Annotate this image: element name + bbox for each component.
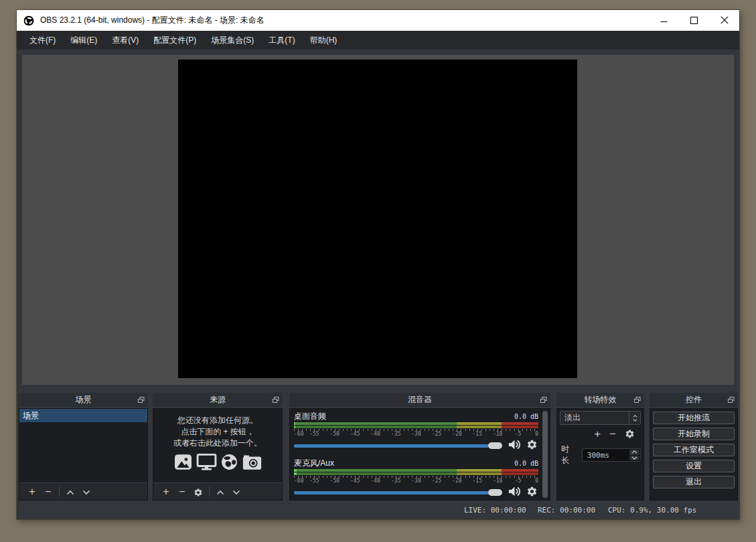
image-source-icon — [173, 454, 193, 473]
mute-button[interactable] — [506, 438, 522, 454]
volume-slider-fill — [294, 491, 489, 494]
minimize-button[interactable] — [649, 10, 679, 31]
studio-mode-button[interactable]: 工作室模式 — [653, 444, 735, 456]
toolbar-separator — [209, 486, 210, 496]
meter-scale-labels: -60-55-50-45-40-35-30-25-20-15-10-50 — [294, 431, 538, 437]
volume-slider[interactable] — [294, 438, 502, 453]
controls-panel: 控件 开始推流 开始录制 工作室模式 设置 退出 — [650, 393, 738, 501]
duration-decrease-button[interactable] — [629, 456, 639, 461]
channel-level-db: 0.0 dB — [514, 413, 538, 420]
status-bar: LIVE: 00:00:00 REC: 00:00:00 CPU: 0.9%, … — [17, 502, 739, 519]
scene-list[interactable]: 场景 — [19, 409, 147, 482]
volume-slider-handle[interactable] — [488, 489, 502, 496]
controls-panel-header[interactable]: 控件 — [650, 393, 738, 407]
menu-edit[interactable]: 编辑(E) — [63, 31, 104, 50]
channel-settings-button[interactable] — [526, 486, 538, 500]
exit-button[interactable]: 退出 — [653, 476, 735, 488]
window-title: OBS 23.2.1 (64-bit, windows) - 配置文件: 未命名… — [40, 15, 264, 26]
mute-button[interactable] — [506, 485, 522, 501]
chevron-down-icon — [631, 456, 637, 460]
scenes-panel-header[interactable]: 场景 — [19, 393, 148, 407]
maximize-button[interactable] — [679, 10, 709, 31]
camera-source-icon — [242, 454, 262, 473]
start-streaming-button[interactable]: 开始推流 — [653, 412, 735, 424]
toolbar-separator — [59, 486, 60, 496]
title-bar[interactable]: OBS 23.2.1 (64-bit, windows) - 配置文件: 未命名… — [17, 10, 739, 31]
cpu-fps-stats: CPU: 0.9%, 30.00 fps — [608, 506, 696, 515]
channel-name: 麦克风/Aux — [294, 458, 514, 469]
transitions-float-button[interactable] — [633, 396, 641, 403]
scene-move-up-button[interactable] — [62, 483, 78, 500]
meter-scale-labels: -60-55-50-45-40-35-30-25-20-15-10-50 — [294, 478, 538, 484]
mixer-panel-title: 混音器 — [408, 394, 432, 405]
sources-empty-text: 或者右击此处添加一个。 — [173, 438, 262, 449]
scene-list-item-selected[interactable]: 场景 — [19, 409, 147, 422]
sources-panel-title: 来源 — [210, 394, 226, 405]
close-icon — [721, 15, 729, 27]
obs-main-window: OBS 23.2.1 (64-bit, windows) - 配置文件: 未命名… — [17, 10, 739, 519]
mixer-float-button[interactable] — [540, 396, 548, 403]
mixer-panel-header[interactable]: 混音器 — [289, 393, 550, 407]
scenes-panel: 场景 场景 + − — [19, 393, 148, 501]
sources-float-button[interactable] — [272, 396, 280, 403]
volume-slider[interactable] — [294, 485, 502, 500]
transitions-panel: 转场特效 淡出 + − 时长 — [556, 393, 644, 501]
duration-spinbox[interactable]: 300ms — [582, 448, 641, 462]
duration-value[interactable]: 300ms — [583, 449, 629, 461]
rec-time: REC: 00:00:00 — [538, 506, 595, 515]
volume-meter — [294, 469, 538, 475]
menu-view[interactable]: 查看(V) — [104, 31, 146, 50]
add-scene-button[interactable]: + — [24, 483, 40, 500]
menu-bar: 文件(F) 编辑(E) 查看(V) 配置文件(P) 场景集合(S) 工具(T) … — [17, 31, 739, 50]
controls-float-button[interactable] — [727, 396, 735, 403]
source-move-up-button[interactable] — [212, 483, 228, 500]
menu-file[interactable]: 文件(F) — [22, 31, 63, 50]
transitions-panel-header[interactable]: 转场特效 — [556, 393, 644, 407]
sources-panel: 来源 您还没有添加任何源。 点击下面的 + 按钮， 或者右击此处添加一个。 — [153, 393, 283, 501]
remove-source-button[interactable]: − — [174, 483, 190, 500]
close-button[interactable] — [709, 10, 739, 31]
transition-selected-value: 淡出 — [560, 412, 629, 424]
remove-transition-button[interactable]: − — [609, 428, 616, 441]
obs-logo-icon — [23, 15, 34, 26]
volume-slider-handle[interactable] — [488, 442, 502, 449]
maximize-icon — [690, 15, 698, 27]
display-capture-icon — [196, 454, 217, 473]
settings-button[interactable]: 设置 — [653, 460, 735, 472]
volume-meter — [294, 422, 538, 428]
volume-slider-fill — [294, 444, 489, 448]
start-recording-button[interactable]: 开始录制 — [653, 428, 735, 440]
channel-settings-button[interactable] — [526, 439, 538, 453]
sources-empty-area[interactable]: 您还没有添加任何源。 点击下面的 + 按钮， 或者右击此处添加一个。 — [153, 409, 282, 482]
menu-scene-collection[interactable]: 场景集合(S) — [204, 31, 261, 50]
scene-move-down-button[interactable] — [78, 483, 94, 500]
add-source-button[interactable]: + — [158, 483, 174, 500]
menu-profile[interactable]: 配置文件(P) — [146, 31, 204, 50]
controls-panel-title: 控件 — [686, 394, 702, 405]
live-time: LIVE: 00:00:00 — [464, 506, 526, 515]
transition-select-spinner[interactable] — [629, 412, 640, 424]
transition-properties-button[interactable] — [625, 428, 635, 441]
scenes-float-button[interactable] — [137, 396, 145, 403]
sources-toolbar: + − — [153, 482, 282, 500]
mixer-panel: 混音器 桌面音频 0.0 dB -60-55-50-45-40-35-30-25… — [289, 393, 550, 501]
transition-select[interactable]: 淡出 — [560, 411, 641, 425]
desktop: OBS 23.2.1 (64-bit, windows) - 配置文件: 未命名… — [0, 0, 756, 542]
minimize-icon — [660, 15, 668, 27]
sources-empty-text: 点击下面的 + 按钮， — [181, 426, 254, 438]
remove-scene-button[interactable]: − — [40, 483, 56, 500]
sources-panel-header[interactable]: 来源 — [153, 393, 283, 407]
menu-tools[interactable]: 工具(T) — [261, 31, 302, 50]
menu-help[interactable]: 帮助(H) — [303, 31, 345, 50]
preview-canvas[interactable] — [178, 60, 577, 378]
mixer-scrollbar[interactable] — [542, 411, 548, 498]
browser-source-icon — [220, 454, 238, 473]
chevron-down-icon — [633, 419, 637, 422]
duration-increase-button[interactable] — [629, 450, 639, 455]
add-transition-button[interactable]: + — [594, 428, 601, 441]
source-properties-button[interactable] — [190, 483, 206, 500]
source-move-down-button[interactable] — [228, 483, 244, 500]
sources-empty-text: 您还没有添加任何源。 — [177, 415, 258, 426]
scenes-toolbar: + − — [19, 482, 147, 500]
transitions-panel-title: 转场特效 — [585, 394, 617, 405]
